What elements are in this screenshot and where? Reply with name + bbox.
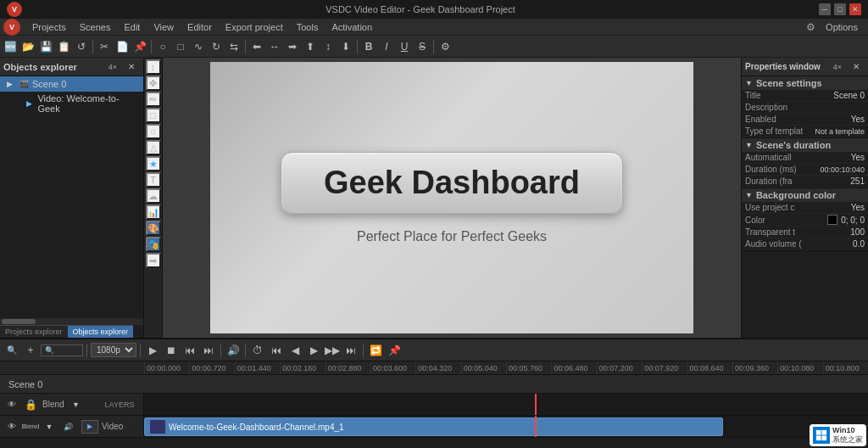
tree-item-video[interactable]: ▶ Video: Welcome-to-Geek [0,92,143,115]
prop-pin-button[interactable]: 4× [829,59,846,76]
zoom-in-button[interactable]: + [22,342,39,359]
prop-close-button[interactable]: ✕ [848,59,865,76]
panel-close-button[interactable]: ✕ [123,59,140,76]
iconbar-arrow[interactable]: ↕ [146,59,161,75]
tab-objects-explorer[interactable]: Objects explorer [68,325,134,338]
iconbar-circle[interactable]: ○ [146,124,161,139]
iconbar-figure[interactable]: 🎨 [146,221,161,236]
tb-italic[interactable]: I [378,38,395,55]
goto-end-button[interactable]: ⏭ [342,342,359,359]
track-layers-btn[interactable] [86,396,103,413]
step-fwd-button[interactable]: ▶▶ [324,342,341,359]
tb-underline[interactable]: U [396,38,413,55]
tab-projects-explorer[interactable]: Projects explorer [0,325,68,338]
maximize-button[interactable]: □ [834,3,846,15]
tb-paste[interactable]: 📌 [131,38,148,55]
prop-description-row[interactable]: Description [742,102,868,114]
step-back-button[interactable]: ◀ [287,342,303,359]
tb-align-right[interactable]: ➡ [284,38,301,55]
scene-settings-header[interactable]: ▼ Scene settings [742,76,868,90]
prop-dur-ms-row[interactable]: Duration (ms) 00:00:10:040 [742,164,868,176]
stop-button[interactable]: ⏹ [163,342,180,359]
bg-color-header[interactable]: ▼ Background color [742,188,868,202]
track-visibility-btn[interactable]: 👁 [3,396,20,413]
track-lock-btn[interactable]: 🔒 [22,396,39,413]
prop-transparent-row[interactable]: Transparent t 100 [742,227,868,238]
snap-button[interactable]: 📌 [386,342,403,359]
menu-editor[interactable]: Editor [181,20,219,34]
tb-rotate[interactable]: ↻ [208,38,225,55]
prop-template-row[interactable]: Type of templat Not a template [742,126,868,137]
menu-scenes[interactable]: Scenes [73,20,118,34]
menu-tools[interactable]: Tools [290,20,326,34]
prop-title-row[interactable]: Title Scene 0 [742,90,868,102]
tb-curve[interactable]: ∿ [190,38,207,55]
tb-flip[interactable]: ⇆ [225,38,242,55]
iconbar-sprite[interactable]: 🎭 [146,237,161,252]
prev-frame-button[interactable]: ⏮ [181,342,198,359]
tb-align-middle[interactable]: ↕ [320,38,337,55]
iconbar-text[interactable]: T [146,172,161,188]
tb-copy[interactable]: 📄 [114,38,131,55]
tb-align-bottom[interactable]: ⬇ [337,38,354,55]
menu-activation[interactable]: Activation [325,20,379,34]
tb-saveas[interactable]: 📋 [55,38,72,55]
iconbar-rect[interactable]: □ [146,108,161,123]
video-track-arrow-btn[interactable]: ▼ [41,418,58,435]
scenes-duration-header[interactable]: ▼ Scene's duration [742,138,868,152]
close-button[interactable]: ✕ [849,3,861,15]
tb-circle[interactable]: ○ [154,38,171,55]
time-button[interactable]: ⏱ [249,342,266,359]
prop-dur-fr-row[interactable]: Duration (fra 251 [742,176,868,188]
loop-button[interactable]: 🔁 [367,342,384,359]
prop-audio-row[interactable]: Audio volume ( 0.0 [742,238,868,250]
play-button[interactable]: ▶ [144,342,161,359]
menu-projects[interactable]: Projects [25,20,73,34]
tb-undo[interactable]: ↺ [73,38,90,55]
next-frame-button[interactable]: ⏭ [200,342,217,359]
resolution-selector[interactable]: 1080p 720p 480p [91,343,136,357]
video-track-content[interactable]: Welcome-to-Geek-Dashboard-Channel.mp4_1 [144,416,868,437]
tb-new[interactable]: 🆕 [2,38,19,55]
prop-color-row[interactable]: Color 0; 0; 0 [742,214,868,227]
video-track-vol-btn[interactable]: 🔊 [59,418,76,435]
menu-export[interactable]: Export project [219,20,290,34]
tb-bold[interactable]: B [360,38,377,55]
goto-start-button[interactable]: ⏮ [268,342,285,359]
iconbar-pen[interactable]: ✏ [146,92,161,107]
play-btn-2[interactable]: ▶ [305,342,322,359]
tb-save[interactable]: 💾 [37,38,54,55]
prop-auto-row[interactable]: Automaticall Yes [742,152,868,164]
prop-use-project-row[interactable]: Use project c Yes [742,202,868,214]
menu-edit[interactable]: Edit [117,20,147,34]
options-button[interactable]: Options [819,20,865,34]
tb-align-center[interactable]: ↔ [266,38,283,55]
panel-pin-button[interactable]: 4× [104,59,121,76]
menu-view[interactable]: View [147,20,181,34]
iconbar-cloud[interactable]: ☁ [146,188,161,204]
iconbar-star[interactable]: ★ [146,156,161,171]
tree-item-scene0[interactable]: ▶ 🎬 Scene 0 [0,76,143,92]
tb-cut[interactable]: ✂ [96,38,113,55]
tb-align-top[interactable]: ⬆ [302,38,319,55]
zoom-out-button[interactable]: 🔍 [3,342,20,359]
track-arrow-btn[interactable]: ▼ [68,396,85,413]
minimize-button[interactable]: ─ [819,3,831,15]
tb-rect[interactable]: □ [172,38,189,55]
tb-strikethrough[interactable]: S [414,38,431,55]
tb-open[interactable]: 📂 [19,38,36,55]
blend-track-content[interactable] [144,394,868,415]
iconbar-triangle[interactable]: △ [146,140,161,155]
tb-settings[interactable]: ⚙ [437,38,453,55]
video-track-blend-btn[interactable]: Blend [22,418,39,435]
h-scrollbar-thumb[interactable] [2,319,36,324]
video-track-visibility-btn[interactable]: 👁 [3,418,20,435]
iconbar-chart[interactable]: 📊 [146,204,161,220]
volume-button[interactable]: 🔊 [225,342,242,359]
video-clip[interactable]: Welcome-to-Geek-Dashboard-Channel.mp4_1 [144,417,723,436]
iconbar-move[interactable]: ✥ [146,76,161,91]
tb-align-left[interactable]: ⬅ [248,38,265,55]
iconbar-arrow-right[interactable]: ➡ [146,253,161,268]
prop-enabled-row[interactable]: Enabled Yes [742,114,868,126]
transport-separator-3 [220,344,221,357]
